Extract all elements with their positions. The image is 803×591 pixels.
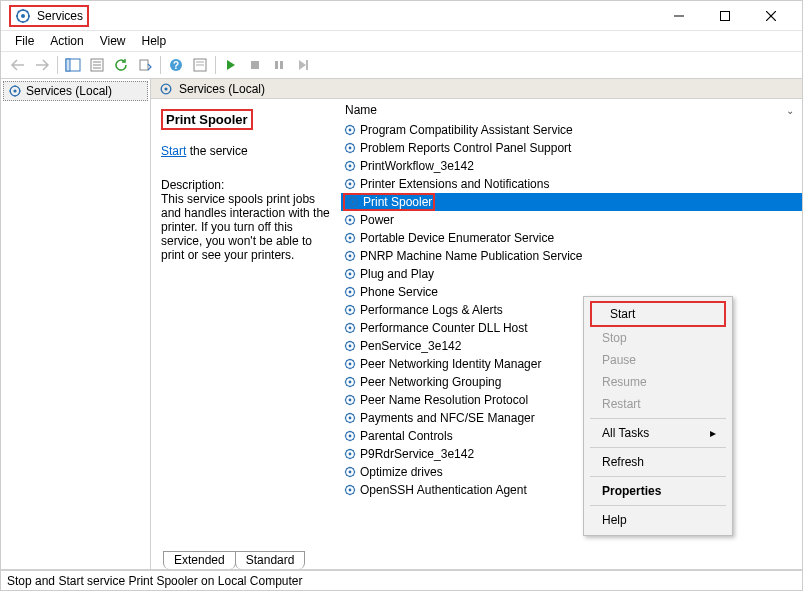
- service-row[interactable]: Power: [341, 211, 802, 229]
- svg-rect-20: [280, 61, 283, 69]
- service-row[interactable]: PNRP Machine Name Publication Service: [341, 247, 802, 265]
- export-button[interactable]: [134, 54, 156, 76]
- svg-rect-18: [251, 61, 259, 69]
- detail-panel: Print Spooler Start the service Descript…: [151, 99, 341, 547]
- tab-extended[interactable]: Extended: [163, 551, 236, 569]
- service-name: Problem Reports Control Panel Support: [360, 141, 571, 155]
- window-title: Services: [37, 9, 83, 23]
- gear-icon: [343, 141, 357, 155]
- menu-bar: File Action View Help: [1, 31, 802, 51]
- tree-node-services-local[interactable]: Services (Local): [3, 81, 148, 101]
- menu-action[interactable]: Action: [42, 32, 91, 50]
- chevron-down-icon: ⌄: [786, 105, 794, 116]
- svg-point-59: [349, 417, 352, 420]
- start-link[interactable]: Start: [161, 144, 186, 158]
- pause-service-button[interactable]: [268, 54, 290, 76]
- service-row[interactable]: PrintWorkflow_3e142: [341, 157, 802, 175]
- service-row[interactable]: Printer Extensions and Notifications: [341, 175, 802, 193]
- chevron-right-icon: ▸: [710, 426, 716, 440]
- pane-header: Services (Local): [151, 79, 802, 99]
- ctx-help[interactable]: Help: [584, 509, 732, 531]
- stop-service-button[interactable]: [244, 54, 266, 76]
- svg-point-65: [349, 471, 352, 474]
- service-name: Payments and NFC/SE Manager: [360, 411, 535, 425]
- back-button[interactable]: [7, 54, 29, 76]
- gear-icon: [343, 411, 357, 425]
- service-name: Parental Controls: [360, 429, 453, 443]
- start-service-button[interactable]: [220, 54, 242, 76]
- service-name: Peer Name Resolution Protocol: [360, 393, 528, 407]
- ctx-pause[interactable]: Pause: [584, 349, 732, 371]
- service-row[interactable]: Program Compatibility Assistant Service: [341, 121, 802, 139]
- ctx-all-tasks-label: All Tasks: [602, 426, 649, 440]
- restart-service-button[interactable]: [292, 54, 314, 76]
- service-row[interactable]: Print Spooler: [341, 193, 802, 211]
- close-button[interactable]: [748, 1, 794, 31]
- service-row[interactable]: Problem Reports Control Panel Support: [341, 139, 802, 157]
- ctx-start[interactable]: Start: [592, 303, 724, 325]
- service-name: PenService_3e142: [360, 339, 461, 353]
- toolbar: ?: [1, 51, 802, 79]
- help-button[interactable]: ?: [165, 54, 187, 76]
- service-name: Phone Service: [360, 285, 438, 299]
- svg-point-23: [13, 89, 16, 92]
- svg-rect-19: [275, 61, 278, 69]
- svg-point-25: [164, 87, 167, 90]
- menu-file[interactable]: File: [7, 32, 42, 50]
- gear-icon: [343, 357, 357, 371]
- services-icon: [8, 84, 22, 98]
- gear-icon: [343, 447, 357, 461]
- service-name: Program Compatibility Assistant Service: [360, 123, 573, 137]
- service-action-line: Start the service: [161, 144, 331, 158]
- service-name: Printer Extensions and Notifications: [360, 177, 549, 191]
- ctx-refresh[interactable]: Refresh: [584, 451, 732, 473]
- ctx-divider: [590, 418, 726, 419]
- description-label: Description:: [161, 178, 331, 192]
- service-name: Print Spooler: [363, 195, 432, 209]
- properties-button[interactable]: [86, 54, 108, 76]
- service-name: Portable Device Enumerator Service: [360, 231, 554, 245]
- title-bar: Services: [1, 1, 802, 31]
- ctx-properties[interactable]: Properties: [584, 480, 732, 502]
- gear-icon: [343, 465, 357, 479]
- service-name: Plug and Play: [360, 267, 434, 281]
- svg-point-61: [349, 435, 352, 438]
- menu-help[interactable]: Help: [134, 32, 175, 50]
- ctx-divider: [590, 447, 726, 448]
- svg-point-55: [349, 381, 352, 384]
- tab-standard[interactable]: Standard: [235, 551, 306, 569]
- service-row[interactable]: Plug and Play: [341, 265, 802, 283]
- ctx-restart[interactable]: Restart: [584, 393, 732, 415]
- tree-node-label: Services (Local): [26, 84, 112, 98]
- status-text: Stop and Start service Print Spooler on …: [7, 574, 303, 588]
- gear-icon: [343, 213, 357, 227]
- column-name[interactable]: Name ⌄: [341, 103, 794, 117]
- service-name: OpenSSH Authentication Agent: [360, 483, 527, 497]
- svg-point-39: [349, 237, 352, 240]
- service-name: PNRP Machine Name Publication Service: [360, 249, 583, 263]
- ctx-divider: [590, 476, 726, 477]
- ctx-resume[interactable]: Resume: [584, 371, 732, 393]
- ctx-divider: [590, 505, 726, 506]
- gear-icon: [343, 375, 357, 389]
- list-header: Name ⌄: [341, 99, 802, 121]
- window-controls: [656, 1, 794, 31]
- ctx-all-tasks[interactable]: All Tasks ▸: [584, 422, 732, 444]
- gear-icon: [343, 123, 357, 137]
- service-row[interactable]: Portable Device Enumerator Service: [341, 229, 802, 247]
- minimize-button[interactable]: [656, 1, 702, 31]
- center-pane: Services (Local) Print Spooler Start the…: [151, 79, 802, 569]
- show-hide-tree-button[interactable]: [62, 54, 84, 76]
- refresh-button[interactable]: [110, 54, 132, 76]
- menu-view[interactable]: View: [92, 32, 134, 50]
- help-topic-button[interactable]: [189, 54, 211, 76]
- ctx-stop[interactable]: Stop: [584, 327, 732, 349]
- svg-point-43: [349, 273, 352, 276]
- gear-icon: [343, 231, 357, 245]
- svg-point-53: [349, 363, 352, 366]
- forward-button[interactable]: [31, 54, 53, 76]
- tab-strip: Extended Standard: [151, 547, 802, 569]
- maximize-button[interactable]: [702, 1, 748, 31]
- svg-point-47: [349, 309, 352, 312]
- svg-point-63: [349, 453, 352, 456]
